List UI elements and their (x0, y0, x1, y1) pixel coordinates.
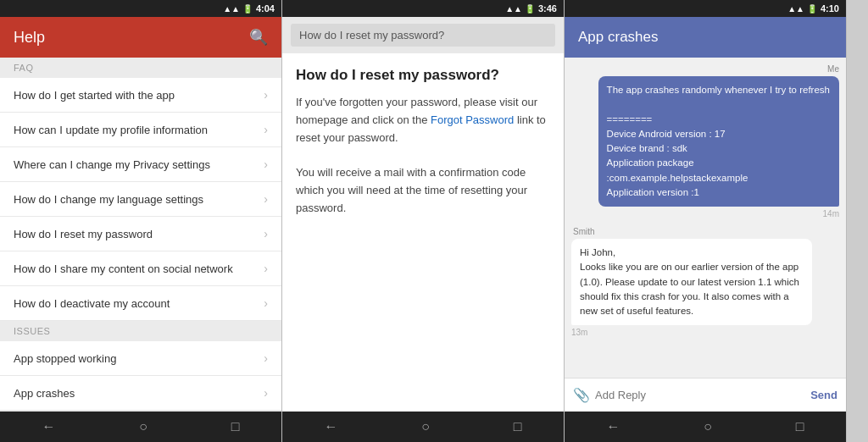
chevron-icon: › (264, 157, 268, 171)
item-label: How do I change my language settings (14, 193, 203, 206)
search-icon[interactable]: 🔍 (249, 28, 268, 47)
back-button[interactable]: ← (324, 419, 337, 434)
signal-icon: ▲▲ (505, 4, 522, 14)
item-label: How do I reset my password (14, 228, 153, 240)
home-button[interactable]: ○ (421, 419, 430, 434)
list-item[interactable]: Where can I change my Privacy settings› (0, 147, 281, 182)
chat-title: App crashes (578, 29, 659, 46)
forgot-password-link[interactable]: Forgot Password (431, 113, 514, 126)
signal-icon: ▲▲ (787, 4, 804, 14)
status-bar-3: ▲▲ 🔋 4:10 (565, 0, 846, 17)
item-label: Where can I change my Privacy settings (14, 158, 210, 171)
sender-label-me: Me (826, 64, 839, 74)
time-2: 3:46 (538, 3, 557, 14)
help-header: Help 🔍 (0, 17, 281, 58)
faq-body-part3: You will receive a mail with a confirmat… (296, 166, 527, 214)
back-button[interactable]: ← (606, 419, 620, 434)
chevron-icon: › (264, 351, 268, 365)
phone2-faq: ▲▲ 🔋 3:46 How do I reset my password? Ho… (282, 0, 565, 442)
help-list: FAQ How do I get started with the app› H… (0, 58, 281, 412)
search-bar-container: How do I reset my password? (282, 17, 564, 53)
reply-bar: 📎 Send (565, 378, 846, 412)
back-button[interactable]: ← (42, 419, 55, 434)
item-label: How can I update my profile information (14, 124, 208, 136)
issues-section-header: ISSUES (0, 321, 281, 341)
chevron-icon: › (264, 296, 268, 310)
faq-content: How do I reset my password? If you've fo… (282, 53, 564, 412)
chevron-icon: › (264, 123, 268, 136)
list-item[interactable]: How do I get started with the app› (0, 78, 281, 113)
battery-icon: 🔋 (525, 4, 535, 14)
message-time-smith: 13m (571, 328, 587, 337)
time-3: 4:10 (821, 3, 839, 14)
phone1-help: ▲▲ 🔋 4:04 Help 🔍 FAQ How do I get starte… (0, 0, 282, 442)
item-label: How do I share my content on social netw… (14, 262, 233, 275)
recents-button[interactable]: □ (796, 419, 804, 434)
status-icons-2: ▲▲ 🔋 (505, 4, 535, 14)
list-item[interactable]: How do I share my content on social netw… (0, 251, 281, 286)
chevron-icon: › (264, 192, 268, 206)
nav-bar-2: ← ○ □ (282, 412, 564, 442)
sender-label-smith: Smith (571, 227, 595, 236)
status-bar-2: ▲▲ 🔋 3:46 (282, 0, 564, 17)
phone3-chat: ▲▲ 🔋 4:10 App crashes Me The app crashes… (565, 0, 847, 442)
recents-button[interactable]: □ (514, 419, 522, 434)
home-button[interactable]: ○ (139, 419, 147, 434)
search-bar[interactable]: How do I reset my password? (291, 24, 555, 47)
list-item[interactable]: How do I deactivate my account› (0, 286, 281, 321)
chevron-icon: › (264, 88, 268, 102)
chevron-icon: › (264, 227, 268, 240)
recents-button[interactable]: □ (231, 419, 240, 434)
reply-input[interactable] (595, 389, 805, 401)
status-bar-1: ▲▲ 🔋 4:04 (0, 0, 281, 17)
chevron-icon: › (264, 386, 268, 400)
time-1: 4:04 (256, 3, 275, 14)
chat-bubble-me: The app crashes randomly whenever I try … (598, 76, 839, 207)
message-me: Me The app crashes randomly whenever I t… (571, 64, 839, 218)
list-item[interactable]: How do I reset my password› (0, 217, 281, 251)
nav-bar-3: ← ○ □ (565, 412, 846, 442)
attach-icon[interactable]: 📎 (573, 387, 590, 403)
item-label: App crashes (14, 387, 75, 400)
message-smith: Smith Hi John, Looks like you are on our… (571, 227, 839, 337)
item-label: How do I get started with the app (14, 89, 175, 102)
status-icons-3: ▲▲ 🔋 (787, 4, 817, 14)
item-label: How do I deactivate my account (14, 297, 170, 310)
help-title: Help (14, 29, 249, 47)
message-time-me: 14m (823, 209, 839, 218)
faq-body-text: If you've forgotten your password, pleas… (296, 94, 550, 218)
wifi-icon: 🔋 (242, 4, 253, 14)
item-label: App stopped working (14, 352, 116, 365)
nav-bar-1: ← ○ □ (0, 412, 281, 442)
signal-icon: ▲▲ (223, 4, 240, 14)
chat-messages: Me The app crashes randomly whenever I t… (565, 58, 846, 378)
list-item[interactable]: How can I update my profile information› (0, 113, 281, 147)
faq-question-title: How do I reset my password? (296, 67, 550, 84)
home-button[interactable]: ○ (704, 419, 712, 434)
list-item[interactable]: App crashes› (0, 376, 281, 411)
chat-header: App crashes (565, 17, 846, 58)
chat-bubble-smith: Hi John, Looks like you are on our earli… (571, 239, 812, 325)
chevron-icon: › (264, 262, 268, 275)
list-item[interactable]: App stopped working› (0, 341, 281, 376)
battery-icon: 🔋 (807, 4, 817, 14)
list-item[interactable]: How do I change my language settings› (0, 182, 281, 217)
status-icons-1: ▲▲ 🔋 (223, 4, 253, 14)
faq-section-header: FAQ (0, 58, 281, 78)
send-button[interactable]: Send (810, 389, 837, 401)
